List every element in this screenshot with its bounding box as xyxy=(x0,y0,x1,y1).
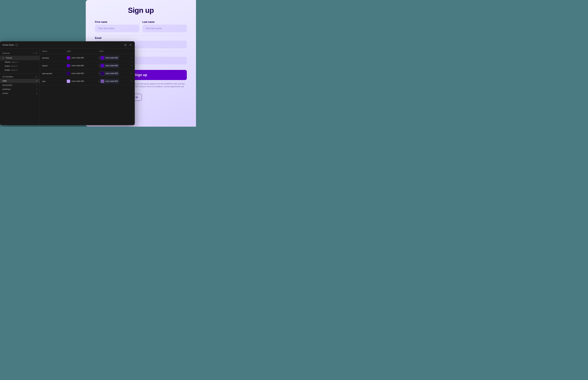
last-name-group: Last name xyxy=(142,21,187,32)
refresh-light-icon[interactable]: ↻ xyxy=(98,57,100,59)
panel-title: Global Styles xyxy=(2,44,14,46)
sidebar-colors-item[interactable]: Colors /Base UI xyxy=(0,64,40,68)
variable-list: color4typography4paddings4border6 xyxy=(0,79,40,95)
last-name-label: Last name xyxy=(142,21,187,23)
check-icon: ✓ xyxy=(2,57,5,59)
colors-sub-path: /Base UI xyxy=(11,65,18,67)
last-name-input[interactable] xyxy=(142,25,187,32)
table-row-brand[interactable]: brand color-violet-800 ↻ color-violet-80… xyxy=(40,62,135,70)
dark-swatch xyxy=(101,72,104,75)
dark-swatch xyxy=(101,56,104,59)
first-name-group: First name xyxy=(95,21,139,32)
light-swatch xyxy=(67,56,70,59)
global-styles-panel: Global Styles i ⊟ ✕ Sources ＋ ∧ ✓ Theme … xyxy=(0,41,135,125)
light-swatch xyxy=(67,64,70,67)
row-name: text xyxy=(42,80,67,82)
refresh-dark-icon[interactable]: ↻ xyxy=(131,80,132,82)
email-label: Email xyxy=(95,37,187,39)
sidebar-all-variables[interactable]: All Variables 18 xyxy=(0,75,40,79)
info-icon[interactable]: i xyxy=(16,44,18,46)
table-rows: primary color-violet-800 ↻ color-violet-… xyxy=(40,54,135,85)
light-cell: color-violet-950 ↻ xyxy=(67,72,100,75)
panel-title-row: Global Styles i xyxy=(2,44,18,46)
refresh-dark-icon[interactable]: ↻ xyxy=(131,57,132,59)
var-label: paddings xyxy=(2,88,11,90)
panel-sidebar: Sources ＋ ∧ ✓ Theme Theme /Base UI Color… xyxy=(0,49,40,125)
sources-label: Sources xyxy=(2,52,10,54)
dark-token: color-violet-950 xyxy=(105,72,118,75)
light-cell: color-violet-800 ↻ xyxy=(67,64,100,67)
sources-header: Sources ＋ ∧ xyxy=(0,51,40,56)
sidebar-scales-item[interactable]: Scales /Base UI xyxy=(0,68,40,72)
table-row-primary[interactable]: primary color-violet-800 ↻ color-violet-… xyxy=(40,54,135,62)
row-name: primary xyxy=(42,57,67,59)
colors-sub-label: Colors xyxy=(5,65,10,67)
refresh-light-icon[interactable]: ↻ xyxy=(98,80,100,82)
light-token: color-violet-800 xyxy=(71,65,84,67)
light-token: color-violet-800 xyxy=(71,57,84,59)
refresh-dark-icon[interactable]: ↻ xyxy=(131,72,132,75)
col-light: Light xyxy=(67,50,100,52)
table-header: Name Light Dark xyxy=(40,49,135,54)
sidebar-var-border[interactable]: border6 xyxy=(0,91,40,95)
row-name: text-accent xyxy=(42,72,67,75)
all-variables-label: All Variables xyxy=(2,76,13,78)
first-name-label: First name xyxy=(95,21,139,23)
dark-token: color-violet-800 xyxy=(105,80,118,82)
light-cell: color-violet-400 ↻ xyxy=(67,79,100,83)
panel-header: Global Styles i ⊟ ✕ xyxy=(0,41,135,49)
signup-title: Sign up xyxy=(95,6,187,15)
first-name-input[interactable] xyxy=(95,25,139,32)
divider-1 xyxy=(95,35,187,36)
sidebar-theme-item[interactable]: ✓ Theme xyxy=(0,56,40,60)
dark-cell: color-violet-800 ↻ xyxy=(100,56,132,60)
var-count: 4 xyxy=(36,84,37,86)
add-source-button[interactable]: ＋ xyxy=(33,52,35,55)
var-count: 4 xyxy=(36,80,37,82)
var-count: 4 xyxy=(36,88,37,90)
dark-swatch xyxy=(101,64,104,67)
refresh-dark-icon[interactable]: ↻ xyxy=(131,65,132,67)
theme-sub-label: Theme xyxy=(5,61,10,63)
dark-inner-cell: color-violet-950 xyxy=(100,71,119,76)
close-button[interactable]: ✕ xyxy=(128,43,132,47)
table-row-text-accent[interactable]: text-accent color-violet-950 ↻ color-vio… xyxy=(40,70,135,77)
light-cell: color-violet-800 ↻ xyxy=(67,56,100,59)
dark-inner-cell: color-violet-800 xyxy=(100,79,119,84)
var-label: border xyxy=(2,92,8,95)
dark-swatch xyxy=(101,79,104,83)
sidebar-var-typography[interactable]: typography4 xyxy=(0,83,40,87)
dark-inner-cell: color-violet-800 xyxy=(100,56,119,60)
dark-token: color-violet-800 xyxy=(105,65,118,67)
collapse-source-button[interactable]: ∧ xyxy=(36,52,37,55)
sidebar-theme-base-ui[interactable]: Theme /Base UI xyxy=(0,60,40,64)
all-variables-count: 18 xyxy=(35,76,37,78)
light-token: color-violet-400 xyxy=(71,80,84,82)
dark-cell: color-violet-950 ↻ xyxy=(100,71,132,76)
minimize-button[interactable]: ⊟ xyxy=(123,43,127,47)
name-row: First name Last name xyxy=(95,21,187,32)
table-row-text[interactable]: text color-violet-400 ↻ color-violet-800… xyxy=(40,77,135,85)
light-swatch xyxy=(67,72,70,75)
row-name: brand xyxy=(42,65,67,67)
var-label: typography xyxy=(2,84,12,86)
light-token: color-violet-950 xyxy=(71,72,84,75)
sources-actions: ＋ ∧ xyxy=(33,52,37,55)
theme-sub-path: /Base UI xyxy=(12,61,18,63)
sidebar-var-paddings[interactable]: paddings4 xyxy=(0,87,40,91)
dark-cell: color-violet-800 ↻ xyxy=(100,79,132,84)
scales-sub-path: /Base UI xyxy=(11,69,18,71)
panel-controls: ⊟ ✕ xyxy=(123,43,132,47)
var-label: color xyxy=(2,80,7,82)
theme-label: Theme xyxy=(6,57,12,59)
scales-sub-label: Scales xyxy=(5,69,10,71)
refresh-light-icon[interactable]: ↻ xyxy=(98,72,100,75)
sidebar-divider xyxy=(0,73,40,74)
var-count: 6 xyxy=(36,92,37,94)
light-swatch xyxy=(67,79,70,83)
sidebar-var-color[interactable]: color4 xyxy=(0,79,40,83)
refresh-light-icon[interactable]: ↻ xyxy=(98,65,100,67)
panel-main: Name Light Dark primary color-violet-800… xyxy=(40,49,135,125)
panel-body: Sources ＋ ∧ ✓ Theme Theme /Base UI Color… xyxy=(0,49,135,125)
col-name: Name xyxy=(42,50,67,52)
